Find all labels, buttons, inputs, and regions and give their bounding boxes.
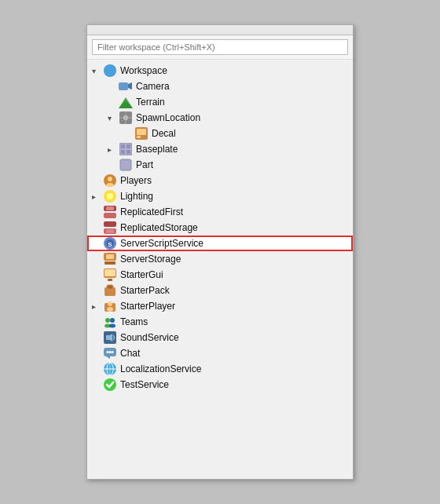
svg-point-51 <box>109 351 112 353</box>
icon-part <box>119 158 133 172</box>
svg-point-45 <box>109 324 116 328</box>
arrow-baseplate[interactable] <box>108 145 119 154</box>
label-lighting: Lighting <box>120 191 153 202</box>
icon-serverscriptservice: S <box>103 236 117 250</box>
icon-startergui <box>103 268 117 282</box>
svg-marker-3 <box>119 100 133 108</box>
icon-players <box>103 173 117 188</box>
label-players: Players <box>120 175 152 186</box>
svg-rect-13 <box>126 144 130 148</box>
icon-terrain <box>119 95 133 109</box>
label-replicatedstorage: ReplicatedStorage <box>120 222 198 233</box>
label-decal: Decal <box>152 128 176 139</box>
icon-workspace <box>103 64 117 78</box>
svg-point-40 <box>108 301 112 306</box>
label-workspace: Workspace <box>120 65 167 76</box>
tree-item-baseplate[interactable]: Baseplate <box>87 141 353 157</box>
filter-input[interactable] <box>92 39 348 55</box>
tree-item-starterpack[interactable]: StarterPack <box>87 283 353 298</box>
tree-item-part[interactable]: Part <box>87 157 353 173</box>
svg-point-43 <box>110 318 115 323</box>
svg-rect-36 <box>108 279 112 281</box>
icon-lighting <box>103 189 117 203</box>
arrow-spawnlocation[interactable] <box>108 114 119 122</box>
arrow-lighting[interactable] <box>92 192 103 201</box>
svg-rect-24 <box>106 206 114 210</box>
icon-teams <box>103 315 117 329</box>
svg-point-18 <box>108 177 112 181</box>
tree-item-chat[interactable]: Chat <box>87 345 353 361</box>
label-starterplayer: StarterPlayer <box>120 301 175 312</box>
svg-rect-27 <box>106 229 114 233</box>
tree-item-players[interactable]: Players <box>87 173 353 188</box>
explorer-panel: Workspace Camera Terrain SpawnLocation D… <box>86 24 354 480</box>
svg-rect-16 <box>120 159 131 170</box>
svg-point-42 <box>105 318 110 323</box>
label-baseplate: Baseplate <box>136 144 178 155</box>
tree-item-replicatedstorage[interactable]: ReplicatedStorage <box>87 220 353 236</box>
icon-starterpack <box>103 283 117 298</box>
svg-rect-12 <box>121 144 125 148</box>
tree-item-serverstorage[interactable]: ServerStorage <box>87 251 353 267</box>
icon-starterplayer <box>103 299 117 313</box>
tree-item-soundservice[interactable]: SoundService <box>87 330 353 345</box>
label-serverstorage: ServerStorage <box>120 254 181 265</box>
header-icons <box>334 29 346 31</box>
label-spawnlocation: SpawnLocation <box>136 112 200 123</box>
label-camera: Camera <box>136 81 170 92</box>
svg-marker-49 <box>106 356 110 359</box>
label-terrain: Terrain <box>136 97 165 108</box>
svg-rect-38 <box>107 285 113 289</box>
tree-item-serverscriptservice[interactable]: S ServerScriptService <box>87 236 353 251</box>
svg-rect-15 <box>126 150 130 154</box>
icon-camera <box>119 79 133 93</box>
svg-rect-23 <box>104 213 116 218</box>
icon-baseplate <box>119 142 133 156</box>
tree-item-replicatedfirst[interactable]: ReplicatedFirst <box>87 204 353 220</box>
tree-item-testservice[interactable]: TestService <box>87 377 353 393</box>
tree-item-startergui[interactable]: StarterGui <box>87 267 353 283</box>
tree-item-localizationservice[interactable]: LocalizationService <box>87 361 353 377</box>
dock-icon[interactable] <box>334 29 339 31</box>
svg-text:S: S <box>108 241 112 248</box>
svg-rect-25 <box>104 221 116 227</box>
icon-decal <box>134 126 148 141</box>
svg-rect-0 <box>119 82 128 90</box>
tree-item-terrain[interactable]: Terrain <box>87 94 353 110</box>
svg-point-41 <box>107 307 113 312</box>
icon-localizationservice <box>103 362 117 376</box>
svg-point-50 <box>107 351 109 353</box>
tree-item-starterplayer[interactable]: StarterPlayer <box>87 298 353 314</box>
tree-item-teams[interactable]: Teams <box>87 314 353 330</box>
icon-soundservice <box>103 331 117 345</box>
tree-item-workspace[interactable]: Workspace <box>87 63 353 79</box>
svg-rect-10 <box>137 136 141 138</box>
label-localizationservice: LocalizationService <box>120 363 201 374</box>
label-replicatedfirst: ReplicatedFirst <box>120 206 183 217</box>
label-chat: Chat <box>120 348 140 359</box>
svg-marker-1 <box>128 82 132 89</box>
svg-rect-32 <box>104 261 116 265</box>
tree-container: Workspace Camera Terrain SpawnLocation D… <box>87 60 353 396</box>
label-soundservice: SoundService <box>120 332 179 343</box>
label-serverscriptservice: ServerScriptService <box>120 238 204 249</box>
tree-item-lighting[interactable]: Lighting <box>87 188 353 204</box>
arrow-starterplayer[interactable] <box>92 302 103 311</box>
svg-point-21 <box>107 193 113 199</box>
tree-item-spawnlocation[interactable]: SpawnLocation <box>87 110 353 126</box>
icon-chat <box>103 346 117 360</box>
label-teams: Teams <box>120 316 148 327</box>
tree-item-camera[interactable]: Camera <box>87 79 353 94</box>
label-startergui: StarterGui <box>120 269 163 280</box>
svg-point-52 <box>112 351 114 353</box>
label-starterpack: StarterPack <box>120 285 170 296</box>
icon-replicatedstorage <box>103 221 117 235</box>
label-part: Part <box>136 159 153 170</box>
filter-bar <box>87 35 353 60</box>
icon-replicatedfirst <box>103 205 117 219</box>
close-icon[interactable] <box>342 29 346 31</box>
svg-rect-9 <box>137 129 146 135</box>
panel-header <box>87 25 353 35</box>
tree-item-decal[interactable]: Decal <box>87 126 353 141</box>
arrow-workspace[interactable] <box>92 67 103 75</box>
